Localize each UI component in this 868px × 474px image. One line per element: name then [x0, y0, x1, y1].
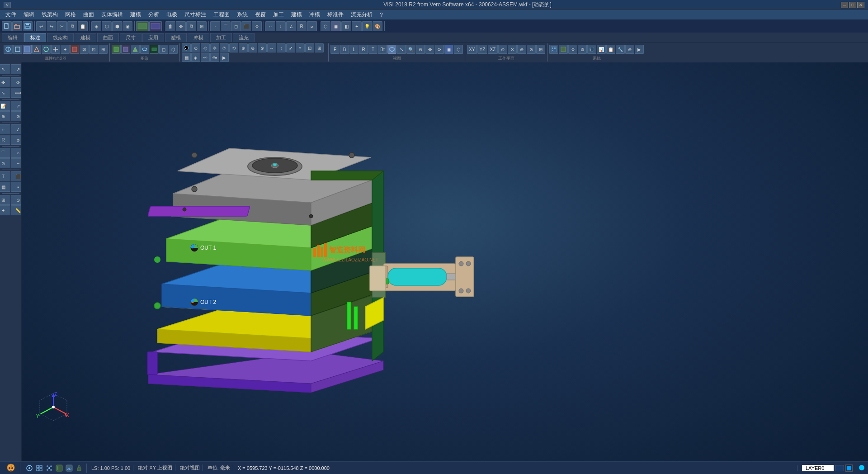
ang-btn[interactable]: ∠ — [286, 21, 296, 31]
wp-btn4[interactable]: ⊙ — [498, 45, 507, 54]
prop-btn3[interactable] — [23, 45, 32, 54]
status-icon-pts[interactable] — [45, 464, 54, 473]
wp-btn5[interactable]: ✕ — [508, 45, 517, 54]
prop-btn1[interactable] — [4, 45, 13, 54]
array-btn[interactable]: ⊞ — [197, 21, 207, 31]
img-btn17[interactable]: ◈ — [191, 53, 200, 62]
img-btn1[interactable]: ● — [182, 43, 191, 52]
fill-btn[interactable]: ▪ — [11, 182, 22, 192]
img-btn11[interactable]: ↕ — [277, 43, 286, 52]
cursor-btn[interactable]: ↖ — [0, 64, 10, 74]
prop-btn9[interactable]: ⊠ — [80, 45, 89, 54]
note-btn[interactable]: 📝 — [0, 101, 10, 111]
delete-btn[interactable]: 🗑 — [165, 21, 175, 31]
sys-btn8[interactable]: 🔧 — [616, 45, 625, 54]
menu-flow-analysis[interactable]: 流充分析 — [347, 10, 376, 19]
tab-surface[interactable]: 曲面 — [97, 33, 119, 42]
minimize-button[interactable]: ─ — [841, 2, 848, 8]
sym-btn[interactable]: ⊗ — [11, 111, 22, 121]
layer-btn2[interactable] — [149, 21, 162, 31]
rot-left-btn[interactable]: ⟳ — [11, 77, 22, 87]
tab-machining[interactable]: 加工 — [210, 33, 232, 42]
select3-btn[interactable]: ⬢ — [112, 21, 122, 31]
img-btn7[interactable]: ⊕ — [239, 43, 248, 52]
menu-view[interactable]: 视窗 — [251, 10, 269, 19]
shape-btn2[interactable] — [121, 45, 130, 54]
shape-btn7[interactable]: ⬡ — [169, 45, 178, 54]
status-view2[interactable]: 绝对视图 — [177, 465, 203, 471]
shape-btn1[interactable] — [112, 45, 121, 54]
menu-edit[interactable]: 编辑 — [20, 10, 38, 19]
view-left[interactable]: L — [349, 45, 359, 54]
move-left-btn[interactable]: ✥ — [0, 77, 10, 87]
sys-btn4[interactable]: 🖥 — [578, 45, 587, 54]
tab-apply[interactable]: 应用 — [142, 33, 164, 42]
view-pan[interactable]: ✥ — [425, 45, 434, 54]
img-btn12[interactable]: ⤢ — [286, 43, 295, 52]
close-button[interactable]: ✕ — [857, 2, 864, 8]
select2-btn[interactable]: ⬡ — [102, 21, 112, 31]
view-fit[interactable]: ⤡ — [397, 45, 406, 54]
arc-btn[interactable]: ⌒ — [0, 148, 10, 158]
menu-model[interactable]: 建模 — [127, 10, 145, 19]
wp-btn6[interactable]: ⊕ — [517, 45, 526, 54]
menu-file[interactable]: 文件 — [2, 10, 20, 19]
sys-btn7[interactable]: 📋 — [606, 45, 615, 54]
menu-die[interactable]: 冲模 — [306, 10, 324, 19]
sys-btn6[interactable]: 📊 — [597, 45, 606, 54]
menu-machining[interactable]: 加工 — [269, 10, 288, 19]
menu-analysis[interactable]: 分析 — [145, 10, 163, 19]
img-btn15[interactable]: ⊞ — [315, 43, 324, 52]
sys-btn3[interactable]: ⚙ — [568, 45, 577, 54]
img-btn4[interactable]: ✥ — [210, 43, 219, 52]
tab-dimension[interactable]: 尺寸 — [120, 33, 142, 42]
save-button[interactable] — [23, 21, 33, 31]
status-icon-2d[interactable]: 2D — [65, 464, 74, 473]
img-btn3[interactable]: ◎ — [201, 43, 210, 52]
sys-btn1[interactable] — [549, 45, 558, 54]
prop-btn6[interactable] — [51, 45, 60, 54]
prop-btn2[interactable] — [13, 45, 22, 54]
menu-wireframe[interactable]: 线架构 — [38, 10, 61, 19]
leader-btn[interactable]: ↗ — [11, 101, 22, 111]
hatch-btn[interactable]: ▦ — [0, 182, 10, 192]
dia-dim-btn[interactable]: ⌀ — [11, 135, 22, 145]
tab-mold[interactable]: 塑模 — [165, 33, 187, 42]
open-button[interactable] — [12, 21, 22, 31]
prop-btn10[interactable]: ⊡ — [89, 45, 98, 54]
aux-btn[interactable]: ✦ — [0, 205, 10, 215]
sys-btn5[interactable]: i — [587, 45, 596, 54]
pts-btn[interactable]: · — [210, 21, 220, 31]
status-icon-info[interactable]: i — [55, 464, 64, 473]
menu-modeling[interactable]: 建模 — [288, 10, 306, 19]
menu-mesh[interactable]: 网格 — [61, 10, 80, 19]
status-icon-lock[interactable] — [75, 464, 84, 473]
sld-btn[interactable]: ⬛ — [241, 21, 251, 31]
layer-name-box[interactable]: LAYER0 — [802, 465, 834, 471]
view-right[interactable]: R — [359, 45, 368, 54]
img-btn14[interactable]: ⊡ — [305, 43, 314, 52]
select-btn[interactable]: ◈ — [91, 21, 101, 31]
scale-btn[interactable]: ⤡ — [0, 88, 10, 98]
wp-btn8[interactable]: ⊞ — [536, 45, 545, 54]
prop-btn4[interactable] — [32, 45, 41, 54]
shape-btn3[interactable] — [131, 45, 140, 54]
snap-btn[interactable]: ⊙ — [11, 195, 22, 205]
menu-solid-edit[interactable]: 实体编辑 — [98, 10, 127, 19]
ang-dim-btn[interactable]: ∠ — [11, 124, 22, 134]
menu-surface[interactable]: 曲面 — [80, 10, 98, 19]
text-btn[interactable]: T — [0, 171, 10, 181]
prop-btn7[interactable]: ✦ — [61, 45, 70, 54]
cursor2-btn[interactable]: ↗ — [11, 64, 22, 74]
img-btn8[interactable]: ⊖ — [248, 43, 257, 52]
mirror-btn[interactable]: ⟺ — [11, 88, 22, 98]
wp-btn2[interactable]: YZ — [477, 45, 487, 54]
copy3-btn[interactable]: ⧉ — [186, 21, 196, 31]
img-btn18[interactable]: ⚯ — [201, 53, 210, 62]
shade2-btn[interactable]: ◧ — [341, 21, 351, 31]
menu-system[interactable]: 系统 — [233, 10, 251, 19]
wp-btn7[interactable]: ⊗ — [527, 45, 536, 54]
wp-btn3[interactable]: XZ — [488, 45, 498, 54]
prop-btn11[interactable]: ⊞ — [99, 45, 108, 54]
window-controls[interactable]: ─ □ ✕ — [841, 2, 864, 8]
